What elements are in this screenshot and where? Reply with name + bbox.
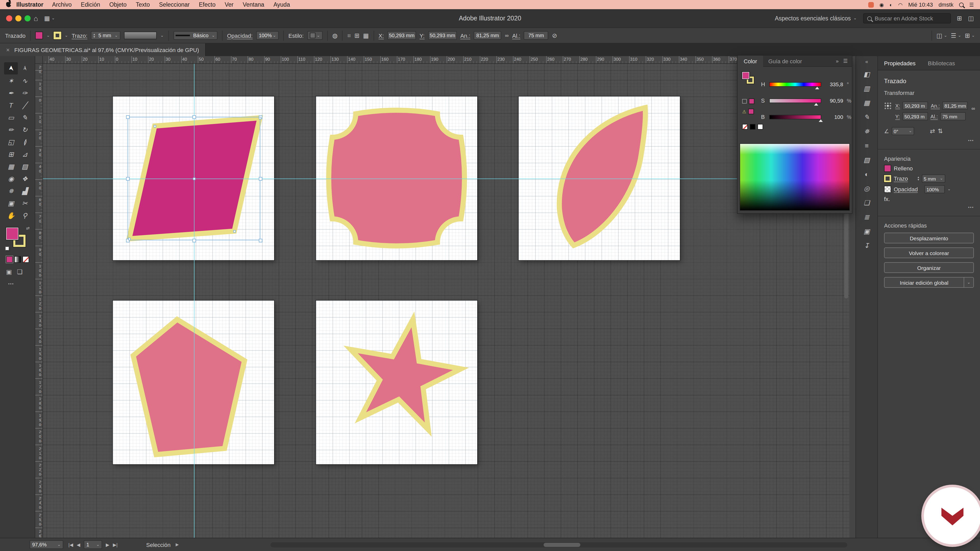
width-field[interactable]: 81,25 mm — [474, 31, 501, 40]
quick-action-button[interactable]: Desplazamiento — [884, 233, 974, 243]
brushes-panel-icon[interactable]: ✎ — [860, 111, 873, 123]
shape-builder-tool[interactable]: ⊞ — [4, 148, 18, 160]
screen-mode-icon[interactable]: ❏ — [17, 268, 23, 275]
x-field[interactable]: 50,293 mm — [387, 31, 416, 40]
panel-dock-icon[interactable]: ◫ — [968, 15, 974, 21]
camera-icon[interactable]: ◉ — [880, 2, 884, 7]
align-menu[interactable]: ☰⌄ — [951, 32, 961, 38]
variable-width-profile[interactable] — [124, 32, 157, 39]
star-shape[interactable] — [351, 319, 461, 430]
stroke-weight-field[interactable]: ▴▾ 5 mm ⌄ — [91, 31, 121, 40]
saturation-value[interactable]: 90,59 — [825, 97, 843, 103]
canvas[interactable] — [43, 64, 850, 538]
width-label[interactable]: An.: — [931, 103, 940, 108]
lasso-tool[interactable]: ∿ — [18, 75, 32, 87]
creative-cloud-icon[interactable]: ◐ — [889, 2, 892, 7]
height-label[interactable]: Al.: — [931, 114, 938, 119]
shear-icon[interactable]: ⊘ — [552, 32, 557, 38]
spotlight-search-icon[interactable] — [959, 2, 964, 7]
hand-tool[interactable]: ✋ — [4, 209, 18, 221]
zoom-tool[interactable]: ⚲ — [18, 209, 32, 221]
scale-tool[interactable]: ◱ — [4, 136, 18, 148]
leaf-shape[interactable] — [559, 108, 646, 245]
gamut-warning[interactable]: ⚠ — [742, 109, 754, 114]
constrain-proportions-icon[interactable]: ∞ — [972, 106, 975, 111]
color-spectrum[interactable] — [740, 143, 850, 211]
menu-item[interactable]: Ventana — [238, 2, 269, 8]
chevron-down-icon[interactable]: ⌄ — [46, 33, 50, 38]
chevron-down-icon[interactable]: ⌄ — [160, 33, 164, 38]
height-label[interactable]: Al.: — [512, 32, 520, 38]
last-artboard-button[interactable]: ▶| — [113, 542, 118, 547]
web-color-warning[interactable] — [742, 98, 754, 104]
default-fill-stroke-icon[interactable] — [5, 246, 9, 251]
perspective-grid-tool[interactable]: ⊿ — [18, 148, 32, 160]
close-tab-icon[interactable]: × — [6, 46, 10, 53]
direct-selection-tool[interactable]: ➢ — [18, 62, 32, 75]
stroke-stepper[interactable]: ▴▾ — [918, 176, 919, 181]
horizontal-ruler[interactable]: 4030201001020304050607080901001101201301… — [43, 56, 850, 64]
black-swatch[interactable] — [750, 124, 756, 130]
panel-fill-proxy[interactable] — [742, 72, 749, 79]
menu-item[interactable]: Ayuda — [269, 2, 294, 8]
snap-grid-icon[interactable]: ⌗ — [347, 32, 351, 38]
appearance-stroke-swatch[interactable] — [884, 175, 891, 182]
color-panel-icon[interactable]: ◧ — [860, 68, 873, 80]
selection-handle[interactable] — [259, 177, 262, 180]
opacity-label[interactable]: Opacidad — [894, 186, 918, 192]
paintbrush-tool[interactable]: ✎ — [18, 111, 32, 124]
apple-menu-icon[interactable] — [6, 2, 11, 7]
symbol-sprayer-tool[interactable]: ✵ — [4, 185, 18, 197]
gamut-swatch[interactable] — [748, 109, 754, 114]
transparency-panel-icon[interactable]: ◐ — [860, 168, 873, 180]
arrange-documents-icon[interactable]: ⊞ — [957, 15, 962, 21]
home-icon[interactable]: ⌂ — [34, 15, 38, 22]
layout-picker[interactable]: ▦ ⌄ — [44, 15, 55, 21]
workspace-switcher[interactable]: Aspectos esenciales clásicos ⌄ — [775, 15, 857, 21]
y-label[interactable]: Y: — [420, 32, 425, 38]
hue-slider[interactable] — [769, 82, 821, 86]
hue-slider-handle[interactable] — [815, 86, 819, 89]
stepper-icon[interactable]: ▴▾ — [94, 33, 95, 38]
height-field[interactable]: 75 mm — [940, 112, 966, 121]
line-segment-tool[interactable]: ╱ — [18, 99, 32, 111]
selection-handle[interactable] — [126, 115, 129, 119]
reference-point-locator[interactable] — [884, 102, 892, 110]
opacity-label[interactable]: Opacidad: — [227, 32, 253, 38]
chevron-down-icon[interactable]: ⌄ — [65, 33, 68, 38]
artboard-5[interactable] — [316, 300, 477, 464]
opacity-field[interactable]: 100% — [924, 185, 945, 193]
selection-handle[interactable] — [259, 238, 262, 242]
selection-handle[interactable] — [192, 238, 196, 242]
artboard-1[interactable] — [113, 97, 274, 260]
selection-tool[interactable]: ➤ — [4, 62, 18, 75]
artboard-3[interactable] — [519, 97, 680, 260]
menu-item[interactable]: Archivo — [48, 2, 76, 8]
panel-menu-icon[interactable]: ☰ — [843, 58, 848, 64]
badge-shape[interactable] — [329, 110, 465, 246]
flip-vertical-icon[interactable]: ⇅ — [938, 128, 943, 134]
height-field[interactable]: 75 mm — [524, 31, 549, 40]
arrange-menu[interactable]: ⊞⌄ — [965, 32, 975, 38]
recording-indicator-icon[interactable] — [868, 2, 874, 7]
anchor-point[interactable] — [153, 125, 156, 127]
artboard-4[interactable] — [113, 300, 274, 464]
selection-handle[interactable] — [192, 115, 196, 119]
appearance-more-options[interactable]: ••• — [884, 205, 974, 210]
magic-wand-tool[interactable]: ✶ — [4, 75, 18, 87]
layers-panel-icon[interactable]: ≣ — [860, 211, 873, 223]
stroke-panel-icon[interactable]: ≡ — [860, 139, 873, 151]
y-field[interactable]: 50,293 m — [902, 112, 928, 121]
graphic-style-dropdown[interactable]: ⌄ — [307, 31, 323, 40]
x-label[interactable]: X: — [379, 32, 384, 38]
isolate-icon[interactable]: ▦ — [363, 32, 369, 38]
horizontal-scrollbar-thumb[interactable] — [544, 543, 580, 547]
menu-item[interactable]: Objeto — [105, 2, 131, 8]
opacity-field[interactable]: 100% ⌄ — [256, 31, 279, 40]
tab-libraries[interactable]: Bibliotecas — [922, 60, 961, 66]
stroke-width-field[interactable]: 5 mm ⌄ — [921, 175, 945, 183]
status-indicator[interactable]: Selección — [146, 541, 170, 548]
gradient-tool[interactable]: ▨ — [18, 160, 32, 172]
global-edit-button[interactable]: Iniciar edición global — [884, 277, 964, 288]
web-safe-swatch[interactable] — [749, 98, 754, 104]
